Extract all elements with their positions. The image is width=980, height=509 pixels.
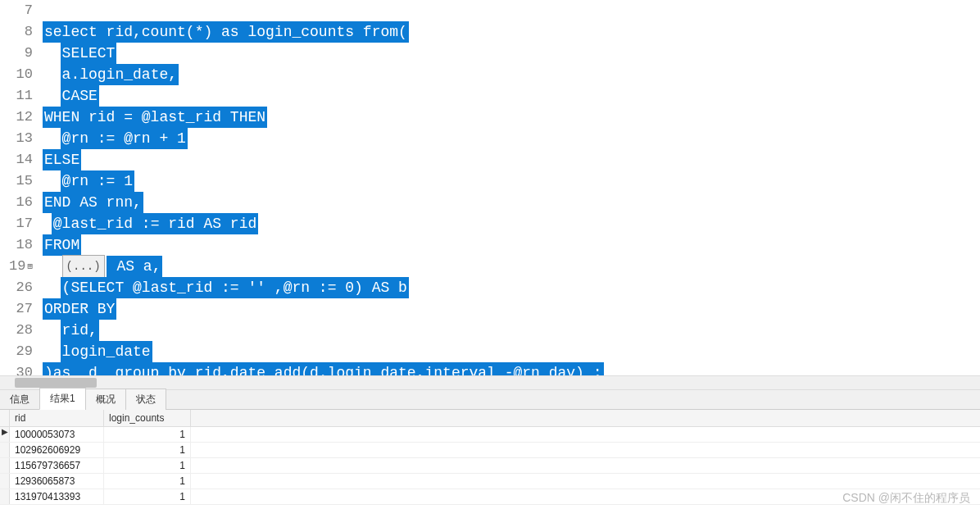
selected-text: login_date — [61, 341, 152, 362]
selected-text: ORDER BY — [43, 298, 116, 320]
selected-text: @rn := @rn + 1 — [61, 128, 188, 149]
row-marker — [0, 443, 10, 457]
code-line[interactable]: CASE — [43, 85, 980, 107]
code-line[interactable]: SELECT — [43, 43, 980, 64]
line-number: 15 — [0, 170, 33, 192]
cell-rid[interactable]: 131970413393 — [10, 489, 104, 504]
tab-概况[interactable]: 概况 — [85, 389, 126, 410]
selected-text: @rn := 1 — [61, 170, 134, 192]
selected-text: )as d group by rid,date_add(d.login_date… — [43, 362, 604, 375]
line-number: 11 — [0, 85, 33, 107]
line-number: 16 — [0, 192, 33, 213]
row-marker: ▶ — [0, 427, 10, 442]
code-line[interactable]: @rn := 1 — [43, 170, 980, 192]
results-body: ▶100000530731102962606929111567973665711… — [0, 427, 980, 505]
cell-login-counts[interactable]: 1 — [104, 427, 191, 442]
tab-结果1[interactable]: 结果1 — [39, 388, 86, 410]
fold-toggle-icon[interactable]: ⊞ — [27, 256, 33, 277]
row-marker — [0, 489, 10, 504]
selected-text: a.login_date, — [61, 64, 179, 85]
cell-login-counts[interactable]: 1 — [104, 443, 191, 457]
selected-text: CASE — [61, 85, 99, 107]
selected-text: SELECT — [61, 43, 117, 64]
code-line[interactable]: select rid,count(*) as login_counts from… — [43, 21, 980, 43]
table-row[interactable]: 129360658731 — [0, 474, 980, 489]
code-line[interactable]: WHEN rid = @last_rid THEN — [43, 107, 980, 128]
line-number: 19⊞ — [0, 256, 33, 277]
code-line[interactable]: (...) AS a, — [43, 256, 980, 277]
selected-text: FROM — [43, 234, 81, 256]
results-grid[interactable]: rid login_counts ▶1000005307311029626069… — [0, 410, 980, 505]
selected-text: @last_rid := rid AS rid — [52, 213, 258, 234]
selected-text: select rid,count(*) as login_counts from… — [43, 21, 409, 43]
selected-text: WHEN rid = @last_rid THEN — [43, 107, 267, 128]
code-line[interactable] — [43, 0, 980, 21]
row-marker — [0, 474, 10, 489]
line-number: 27 — [0, 298, 33, 320]
table-row[interactable]: 1156797366571 — [0, 458, 980, 474]
code-line[interactable]: ORDER BY — [43, 298, 980, 320]
code-line[interactable]: login_date — [43, 341, 980, 362]
line-number: 28 — [0, 320, 33, 341]
code-line[interactable]: FROM — [43, 234, 980, 256]
selected-text: END AS rnn, — [43, 192, 143, 213]
line-number: 17 — [0, 213, 33, 234]
code-line[interactable]: ELSE — [43, 149, 980, 170]
line-number: 13 — [0, 128, 33, 149]
tab-信息[interactable]: 信息 — [0, 389, 40, 410]
code-line[interactable]: a.login_date, — [43, 64, 980, 85]
selected-text: rid, — [61, 320, 99, 341]
cell-rid[interactable]: 10000053073 — [10, 427, 104, 442]
line-number: 30 — [0, 362, 33, 375]
line-number: 8 — [0, 21, 33, 43]
line-number: 14 — [0, 149, 33, 170]
code-line[interactable]: )as d group by rid,date_add(d.login_date… — [43, 362, 980, 375]
selected-text: ELSE — [43, 149, 81, 170]
cell-login-counts[interactable]: 1 — [104, 489, 191, 504]
code-line[interactable]: END AS rnn, — [43, 192, 980, 213]
results-tab-bar: 信息结果1概况状态 — [0, 390, 980, 410]
cell-login-counts[interactable]: 1 — [104, 474, 191, 489]
results-header-row: rid login_counts — [0, 410, 980, 427]
tab-状态[interactable]: 状态 — [125, 389, 166, 410]
selected-text: (SELECT @last_rid := '' ,@rn := 0) AS b — [61, 277, 409, 298]
code-line[interactable]: @rn := @rn + 1 — [43, 128, 980, 149]
line-number: 10 — [0, 64, 33, 85]
column-header-rid[interactable]: rid — [10, 410, 104, 426]
row-marker — [0, 458, 10, 473]
selected-text: AS a, — [107, 256, 163, 277]
code-area[interactable]: select rid,count(*) as login_counts from… — [39, 0, 980, 375]
column-header-login-counts[interactable]: login_counts — [104, 410, 191, 426]
row-marker-header — [0, 410, 10, 426]
line-number: 12 — [0, 107, 33, 128]
folded-region[interactable]: (...) — [62, 255, 105, 278]
line-number: 26 — [0, 277, 33, 298]
cell-rid[interactable]: 102962606929 — [10, 443, 104, 457]
table-row[interactable]: ▶100000530731 — [0, 427, 980, 443]
line-number: 9 — [0, 43, 33, 64]
line-number: 29 — [0, 341, 33, 362]
table-row[interactable]: 1319704133931 — [0, 489, 980, 505]
cell-login-counts[interactable]: 1 — [104, 458, 191, 473]
code-line[interactable]: (SELECT @last_rid := '' ,@rn := 0) AS b — [43, 277, 980, 298]
line-number-gutter: 78910111213141516171819⊞262728293031 — [0, 0, 39, 375]
code-line[interactable]: rid, — [43, 320, 980, 341]
code-line[interactable]: @last_rid := rid AS rid — [43, 213, 980, 234]
cell-rid[interactable]: 12936065873 — [10, 474, 104, 489]
sql-editor[interactable]: 78910111213141516171819⊞262728293031 sel… — [0, 0, 980, 375]
line-number: 7 — [0, 0, 33, 21]
table-row[interactable]: 1029626069291 — [0, 443, 980, 458]
cell-rid[interactable]: 115679736657 — [10, 458, 104, 473]
line-number: 18 — [0, 234, 33, 256]
